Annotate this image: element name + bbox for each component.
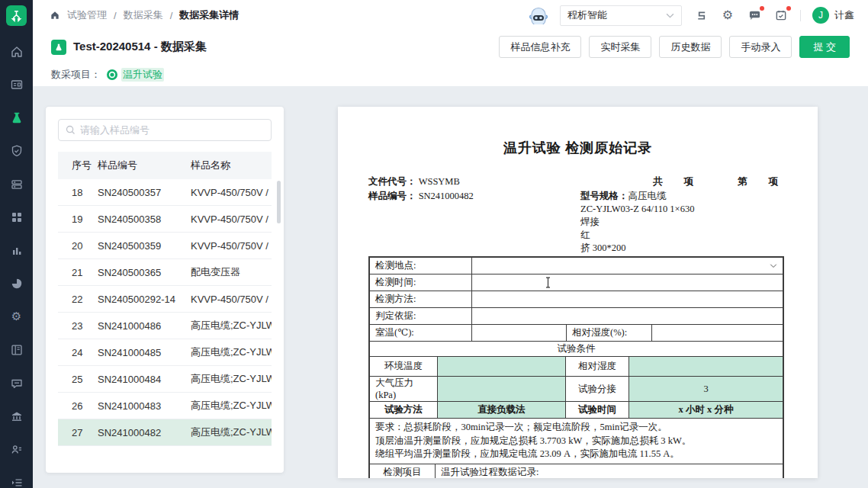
test-method-field[interactable]: 直接负载法: [437, 402, 565, 418]
search-input[interactable]: [80, 124, 264, 136]
grid-icon: [10, 210, 24, 224]
todo-button[interactable]: [773, 8, 789, 23]
requirements-block: 要求：总损耗阶段，30min记录一次；额定电流阶段，5min记录一次。 顶层油温…: [370, 419, 783, 464]
pages-current-unit: 项: [769, 175, 779, 188]
room-temp-field[interactable]: [471, 325, 566, 341]
username: 计鑫: [834, 8, 854, 22]
sidebar-item-id-card[interactable]: [0, 69, 33, 102]
sidebar-item-documents[interactable]: [0, 334, 33, 368]
sample-info-button[interactable]: 样品信息补充: [499, 36, 581, 58]
sidebar-item-settings[interactable]: ⚙: [0, 300, 33, 334]
table-cell: SN240500357: [98, 187, 191, 198]
method-field[interactable]: [471, 291, 783, 307]
sidebar-item-reports[interactable]: [0, 268, 33, 301]
user-menu[interactable]: J 计鑫: [812, 7, 854, 24]
project-tag[interactable]: 温升试验: [107, 68, 164, 82]
sidebar-item-shield[interactable]: [0, 135, 33, 169]
sidebar-item-experiment[interactable]: [0, 101, 33, 135]
text-cursor: [545, 277, 551, 288]
settings-button[interactable]: ⚙: [720, 8, 735, 23]
table-row[interactable]: 18SN240500357KVVP-450/750V /: [58, 179, 272, 206]
search-icon: [66, 125, 76, 135]
breadcrumb-item[interactable]: 试验管理: [67, 8, 107, 22]
fullscreen-button[interactable]: [693, 8, 709, 23]
sidebar-collapse[interactable]: [0, 467, 33, 488]
messages-button[interactable]: [747, 8, 762, 23]
table-row[interactable]: 22SN240500292-14KVVP-450/750V /: [58, 286, 272, 313]
table-row[interactable]: 23SN241000486高压电缆;ZC-YJLW03: [58, 313, 272, 339]
assistant-select-value: 程析智能: [567, 8, 607, 22]
humidity-field[interactable]: [651, 325, 783, 341]
sidebar-item-home[interactable]: [0, 35, 33, 69]
table-cell: KVVP-450/750V /: [191, 214, 272, 225]
table-cell: 18: [58, 187, 98, 198]
table-cell: 配电变压器: [191, 265, 272, 279]
table-row[interactable]: 27SN241000482高压电缆;ZC-YJLW03: [58, 419, 272, 446]
manual-entry-button[interactable]: 手动录入: [729, 36, 792, 58]
ambient-temp-field[interactable]: [437, 357, 565, 376]
sidebar-item-organization[interactable]: [0, 400, 33, 434]
pressure-label: 大气压力 (kPa): [370, 377, 437, 401]
user-list-icon: [10, 443, 24, 457]
humidity-label: 相对湿度(%):: [566, 325, 651, 341]
table-row[interactable]: 26SN241000483高压电缆;ZC-YJLW03: [58, 393, 272, 419]
breadcrumb-item[interactable]: 数据采集: [124, 8, 163, 22]
file-code-row: 文件代号： WSSYMB: [368, 175, 460, 188]
table-cell: SN241000485: [98, 347, 191, 358]
tap-field[interactable]: 3: [628, 377, 783, 401]
bar-chart-icon: [10, 244, 24, 258]
sidebar-item-apps[interactable]: [0, 201, 33, 235]
document-title: 温升试验 检测原始记录: [338, 139, 818, 157]
page-header: 试验管理 / 数据采集 / 数据采集详情 程析智能 ⚙: [33, 0, 868, 86]
scrollbar-thumb[interactable]: [277, 181, 281, 223]
header-buttons: 样品信息补充 实时采集 历史数据 手动录入 提 交: [499, 36, 850, 58]
basis-field[interactable]: [471, 308, 783, 324]
realtime-collect-button[interactable]: 实时采集: [589, 36, 651, 58]
task-icon: [51, 40, 66, 55]
shield-check-icon: [10, 144, 24, 158]
search-box: [58, 119, 272, 141]
pages-current-label: 第: [738, 175, 747, 188]
sidebar-item-users[interactable]: [0, 433, 33, 467]
table-row[interactable]: 21SN240500365配电变压器: [58, 259, 272, 286]
pressure-field[interactable]: [437, 377, 565, 401]
table-header: 序号 样品编号 样品名称: [58, 152, 272, 179]
breadcrumb-item-current: 数据采集详情: [179, 8, 239, 22]
location-field[interactable]: [471, 258, 783, 274]
table-row[interactable]: 20SN240500359KVVP-450/750V /: [58, 233, 272, 259]
table-row[interactable]: 25SN241000484高压电缆;ZC-YJLW03: [58, 366, 272, 393]
sidebar-item-server[interactable]: [0, 168, 33, 201]
assistant-select[interactable]: 程析智能: [560, 5, 682, 26]
robot-icon[interactable]: [529, 6, 548, 24]
table-cell: 高压电缆;ZC-YJLW03: [191, 399, 272, 413]
table-cell: 21: [58, 267, 98, 278]
requirement-line: 要求：总损耗阶段，30min记录一次；额定电流阶段，5min记录一次。: [375, 421, 777, 435]
chevron-down-icon: [666, 13, 674, 18]
table-cell: SN241000486: [98, 320, 191, 332]
table-cell: 25: [58, 374, 98, 385]
divider: [800, 10, 801, 21]
gear-icon: ⚙: [722, 9, 733, 21]
rel-humidity-label: 相对湿度: [565, 357, 628, 376]
rel-humidity-field[interactable]: [628, 357, 783, 376]
table-row[interactable]: 24SN241000485高压电缆;ZC-YJLW03: [58, 339, 272, 366]
topbar: 试验管理 / 数据采集 / 数据采集详情 程析智能 ⚙: [33, 0, 868, 30]
breadcrumb-separator: /: [170, 10, 173, 21]
table-cell: SN240500365: [98, 267, 191, 278]
model-line: 挤 300*200: [580, 242, 694, 255]
table-cell: 24: [58, 347, 98, 358]
history-data-button[interactable]: 历史数据: [659, 36, 722, 58]
table-cell: 26: [58, 400, 98, 412]
server-icon: [10, 178, 24, 191]
table-row[interactable]: 19SN240500358KVVP-450/750V /: [58, 206, 272, 233]
bank-icon: [10, 409, 24, 423]
table-cell: SN240500359: [98, 240, 191, 252]
test-time-field[interactable]: x 小时 x 分种: [628, 402, 783, 418]
sidebar-item-messages[interactable]: [0, 367, 33, 400]
model-line: 红: [580, 229, 694, 242]
model-label: 型号规格：: [580, 191, 628, 201]
sidebar-item-statistics[interactable]: [0, 234, 33, 268]
submit-button[interactable]: 提 交: [799, 36, 850, 58]
app-logo[interactable]: [6, 5, 27, 26]
time-field[interactable]: [471, 274, 783, 291]
